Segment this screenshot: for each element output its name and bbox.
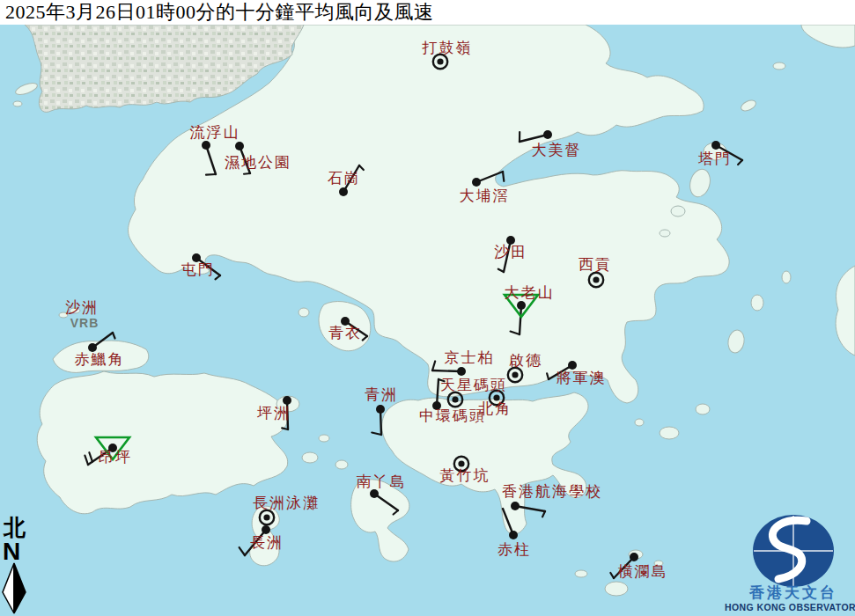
station-label: 將軍澳 xyxy=(556,370,607,386)
station-label: 中環碼頭 xyxy=(419,407,486,424)
station-label: 西貢 xyxy=(579,256,612,273)
station-dot xyxy=(568,361,577,370)
station-label: 赤鱲角 xyxy=(75,351,125,368)
station-dot xyxy=(339,187,348,196)
station-label: 啟德 xyxy=(509,352,542,369)
calm-dot xyxy=(593,276,599,282)
station-label: 坪洲 xyxy=(257,405,291,422)
north-label-en: N xyxy=(3,538,20,565)
wind-barb xyxy=(206,174,216,175)
calm-dot xyxy=(458,460,464,466)
station-dot xyxy=(370,489,379,498)
station-label: 北角 xyxy=(478,400,512,417)
station-label: 打鼓嶺 xyxy=(422,40,473,56)
station-label: 大美督 xyxy=(532,142,582,158)
station-label: 大老山 xyxy=(505,284,555,301)
station-label: 長洲泳灘 xyxy=(253,495,320,511)
wind-barb xyxy=(282,428,288,429)
station-label: 香港航海學校 xyxy=(502,483,602,500)
station-label: 青洲 xyxy=(365,386,398,403)
station-label: 長洲 xyxy=(250,534,284,551)
variable-wind-label: VRB xyxy=(70,316,100,330)
wind-barb xyxy=(244,173,250,174)
hko-logo-name-en: HONG KONG OBSERVATORY xyxy=(725,602,855,612)
station-label: 赤柱 xyxy=(498,541,531,558)
station-label: 青衣 xyxy=(328,325,362,341)
station-label: 沙田 xyxy=(494,244,527,260)
station-label: 橫瀾島 xyxy=(618,563,668,580)
station-dot xyxy=(235,142,244,150)
north-label-cn: 北 xyxy=(3,516,26,539)
station-dot xyxy=(517,301,526,310)
station-label: 石崗 xyxy=(328,170,361,187)
station-dot xyxy=(543,130,552,139)
wind-barb xyxy=(503,172,504,181)
title-bar: 2025年3月26日01時00分的十分鐘平均風向及風速 xyxy=(0,0,855,25)
calm-dot xyxy=(512,371,518,378)
map-title: 2025年3月26日01時00分的十分鐘平均風向及風速 xyxy=(0,0,434,26)
station-label: 黃竹坑 xyxy=(440,467,490,484)
station-label: 京士柏 xyxy=(445,349,495,366)
station-dot xyxy=(262,525,270,534)
station-label: 濕地公園 xyxy=(225,154,291,171)
wind-map: 打鼓嶺流浮山濕地公園石崗大美督塔門大埔滘沙田西貢屯門沙洲VRB赤鱲角大老山青衣京… xyxy=(0,0,855,616)
calm-dot xyxy=(437,58,443,64)
station-label: 大埔滘 xyxy=(460,187,510,204)
station-label: 沙洲 xyxy=(65,299,99,316)
station-dot xyxy=(457,367,466,376)
station-dot xyxy=(202,141,210,150)
station-dot xyxy=(283,396,291,405)
station-label: 昂坪 xyxy=(99,449,132,466)
station-dot xyxy=(630,553,638,561)
station-dot xyxy=(376,405,385,414)
station-label: 南丫島 xyxy=(357,473,407,490)
station-dot xyxy=(711,141,720,150)
station-label: 屯門 xyxy=(181,261,215,278)
station-dot xyxy=(472,178,481,187)
station-dot xyxy=(509,531,518,539)
station-label: 流浮山 xyxy=(190,124,240,141)
calm-dot xyxy=(263,514,269,520)
station-label: 塔門 xyxy=(697,150,732,167)
calm-dot xyxy=(452,396,458,402)
station-label: 天星碼頭 xyxy=(440,377,507,393)
station-dot xyxy=(511,502,520,510)
hko-logo-name-cn: 香港天文台 xyxy=(748,584,837,601)
